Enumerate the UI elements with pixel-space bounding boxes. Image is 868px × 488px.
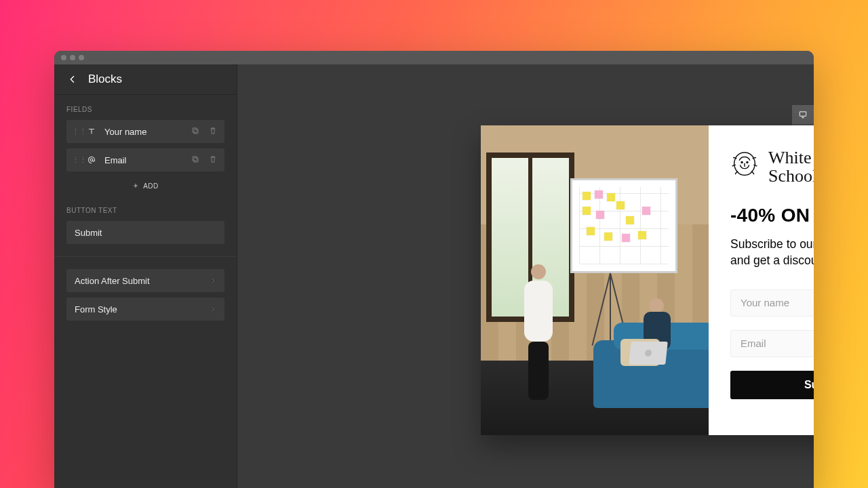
button-text-input[interactable]: Submit [66, 221, 224, 244]
window-dot [79, 55, 84, 60]
svg-rect-0 [194, 129, 198, 133]
popup-headline: -40% ON COURSES [730, 205, 814, 226]
row-label: Action After Submit [75, 276, 150, 286]
sidebar-header: Blocks [54, 64, 237, 95]
at-icon [85, 155, 98, 165]
chevron-right-icon [210, 276, 216, 286]
popup-subtext: Subscribe to our newsletter and get a di… [730, 236, 814, 269]
text-icon [85, 127, 98, 136]
window-dot [61, 55, 66, 60]
email-input[interactable] [730, 330, 814, 357]
svg-rect-3 [194, 157, 198, 161]
svg-rect-4 [193, 156, 197, 160]
popup-content: White Lion School -40% ON COURSES Subscr… [709, 125, 814, 435]
svg-point-7 [747, 162, 748, 163]
back-button[interactable] [66, 74, 79, 85]
editor-sidebar: Blocks FIELDS ⋮⋮ Your name [54, 64, 237, 488]
row-form-style[interactable]: Form Style [66, 298, 224, 321]
name-input[interactable] [730, 289, 814, 317]
lion-logo-icon [730, 150, 759, 184]
preview-popup: White Lion School -40% ON COURSES Subscr… [481, 125, 814, 435]
sidebar-title: Blocks [88, 73, 122, 86]
add-label: ADD [143, 182, 159, 190]
duplicate-icon[interactable] [191, 126, 201, 138]
drag-handle-icon[interactable]: ⋮⋮ [72, 127, 79, 136]
window-titlebar [54, 51, 814, 64]
app-window: Blocks FIELDS ⋮⋮ Your name [54, 51, 814, 488]
window-dot [70, 55, 75, 60]
brand-name-line1: White Lion [768, 148, 814, 167]
row-label: Form Style [75, 304, 117, 314]
svg-point-6 [741, 162, 743, 163]
popup-image [481, 125, 709, 435]
field-label: Your name [104, 127, 184, 137]
delete-icon[interactable] [208, 126, 219, 138]
delete-icon[interactable] [208, 155, 219, 166]
svg-rect-1 [193, 127, 197, 131]
field-row-name[interactable]: ⋮⋮ Your name [66, 120, 224, 143]
divider [54, 256, 237, 257]
add-field-button[interactable]: ADD [66, 177, 224, 195]
drag-handle-icon[interactable]: ⋮⋮ [72, 156, 79, 165]
svg-rect-5 [800, 112, 806, 116]
fields-section-label: FIELDS [66, 106, 224, 113]
brand: White Lion School [730, 148, 814, 186]
brand-name-line2: School [768, 167, 814, 185]
button-text-value: Submit [75, 228, 102, 238]
submit-button[interactable]: Submit [730, 371, 814, 399]
field-row-email[interactable]: ⋮⋮ Email [66, 148, 224, 171]
row-action-after-submit[interactable]: Action After Submit [66, 269, 224, 292]
chevron-right-icon [210, 304, 216, 314]
field-label: Email [104, 155, 184, 165]
editor-canvas: White Lion School -40% ON COURSES Subscr… [237, 64, 814, 488]
duplicate-icon[interactable] [191, 155, 201, 166]
desktop-preview-button[interactable] [792, 105, 814, 124]
button-text-section-label: BUTTON TEXT [66, 207, 224, 214]
